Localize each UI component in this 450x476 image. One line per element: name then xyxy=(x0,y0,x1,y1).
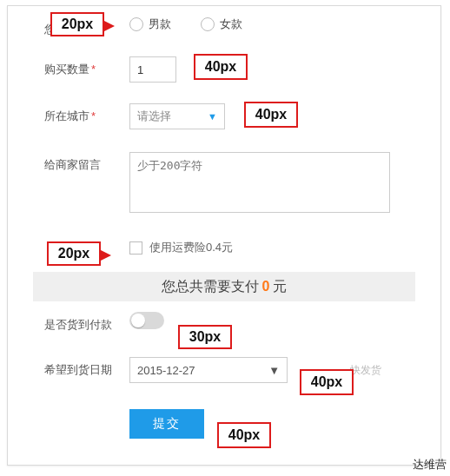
radio-male-label: 男款 xyxy=(149,17,171,32)
callout-submit: 40px xyxy=(217,422,271,448)
arrow-icon xyxy=(101,250,111,261)
row-city: 所在城市* 请选择 ▼ xyxy=(8,103,440,133)
total-bar: 您总共需要支付 0 元 xyxy=(33,272,415,301)
callout-qty: 40px xyxy=(194,54,248,80)
total-prefix: 您总共需要支付 xyxy=(162,278,259,296)
label-message: 给商家留言 xyxy=(8,152,129,173)
insurance-label: 使用运费险0.4元 xyxy=(149,240,233,255)
label-date: 希望到货日期 xyxy=(8,357,129,378)
callout-insurance: 20px xyxy=(47,241,101,266)
qty-input[interactable] xyxy=(129,56,176,83)
date-select[interactable]: 2015-12-27 ▼ xyxy=(129,357,288,383)
arrow-icon xyxy=(104,21,115,31)
chevron-down-icon: ▼ xyxy=(268,364,280,377)
row-message: 给商家留言 xyxy=(8,152,440,213)
insurance-checkbox[interactable] xyxy=(129,241,142,255)
city-select[interactable]: 请选择 ▼ xyxy=(129,103,225,129)
total-suffix: 元 xyxy=(273,278,287,296)
city-select-placeholder: 请选择 xyxy=(137,109,171,124)
radio-female[interactable] xyxy=(201,17,215,31)
total-amount: 0 xyxy=(262,279,270,294)
radio-male[interactable] xyxy=(129,17,143,31)
label-qty: 购买数量* xyxy=(8,56,129,77)
submit-button[interactable]: 提交 xyxy=(129,409,204,439)
message-textarea[interactable] xyxy=(129,152,390,213)
date-hint: 快发货 xyxy=(350,363,381,378)
radio-female-label: 女款 xyxy=(220,17,242,32)
cod-switch[interactable] xyxy=(129,312,164,329)
callout-date: 40px xyxy=(300,369,354,395)
chevron-down-icon: ▼ xyxy=(208,111,217,122)
footer-text: 达维营 xyxy=(413,457,447,473)
callout-city: 40px xyxy=(244,102,298,128)
label-cod: 是否货到付款 xyxy=(8,312,129,333)
date-value: 2015-12-27 xyxy=(137,364,195,377)
row-date: 希望到货日期 2015-12-27 ▼ 快发货 xyxy=(8,357,440,387)
callout-cod: 30px xyxy=(178,325,232,349)
callout-gender: 20px xyxy=(50,12,104,36)
label-city: 所在城市* xyxy=(8,103,129,124)
